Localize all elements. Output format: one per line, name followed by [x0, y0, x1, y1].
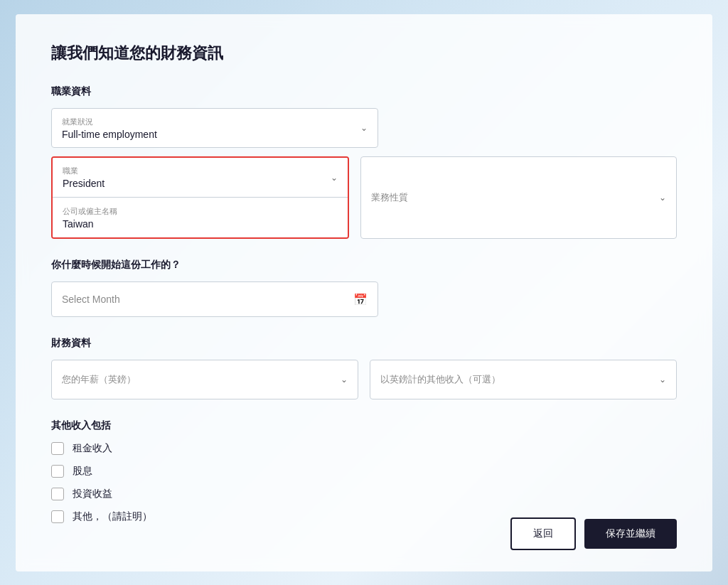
occupation-chevron-icon: ⌄ [331, 173, 338, 183]
other-income-placeholder: 以英鎊計的其他收入（可選） [380, 373, 666, 386]
annual-salary-dropdown[interactable]: 您的年薪（英鎊） ⌄ [51, 360, 358, 399]
calendar-icon: 📅 [353, 293, 368, 306]
annual-salary-chevron-icon: ⌄ [341, 375, 348, 385]
checkbox-investment-label: 投資收益 [73, 488, 112, 500]
other-income-section-label: 其他收入包括 [51, 419, 677, 432]
annual-salary-placeholder: 您的年薪（英鎊） [62, 373, 348, 386]
business-nature-value: 業務性質 [371, 191, 666, 204]
company-label: 公司或僱主名稱 [63, 206, 338, 217]
red-outlined-box: 職業 President ⌄ 公司或僱主名稱 Taiwan [51, 156, 349, 239]
company-field[interactable]: 公司或僱主名稱 Taiwan [53, 198, 348, 237]
checkbox-investment-box[interactable] [51, 488, 64, 500]
financial-section: 財務資料 您的年薪（英鎊） ⌄ 以英鎊計的其他收入（可選） ⌄ [51, 337, 677, 399]
employment-status-dropdown[interactable]: 就業狀況 Full-time employment ⌄ [51, 108, 378, 148]
financial-section-label: 財務資料 [51, 337, 677, 350]
salary-row: 您的年薪（英鎊） ⌄ 以英鎊計的其他收入（可選） ⌄ [51, 360, 677, 399]
occupation-business-row: 職業 President ⌄ 公司或僱主名稱 Taiwan 業務性質 ⌄ [51, 156, 677, 239]
other-income-chevron-icon: ⌄ [659, 375, 666, 385]
checkbox-dividend[interactable]: 股息 [51, 465, 677, 478]
checkbox-other-label: 其他，（請註明） [73, 510, 152, 523]
occupation-value: President [63, 178, 338, 189]
back-button[interactable]: 返回 [510, 517, 576, 550]
page-title: 讓我們知道您的財務資訊 [51, 43, 677, 64]
business-nature-dropdown[interactable]: 業務性質 ⌄ [360, 156, 677, 239]
save-button[interactable]: 保存並繼續 [584, 519, 677, 549]
employment-status-chevron-icon: ⌄ [360, 123, 368, 133]
company-value: Taiwan [63, 218, 338, 230]
employment-status-value: Full-time employment [62, 129, 368, 140]
employment-status-label: 就業狀況 [62, 117, 368, 127]
form-container: 讓我們知道您的財務資訊 職業資料 就業狀況 Full-time employme… [16, 14, 712, 571]
occupation-dropdown[interactable]: 職業 President ⌄ [53, 158, 348, 198]
start-date-placeholder: Select Month [62, 294, 120, 305]
employment-section-label: 職業資料 [51, 85, 677, 98]
other-income-dropdown[interactable]: 以英鎊計的其他收入（可選） ⌄ [370, 360, 677, 399]
checkbox-dividend-label: 股息 [73, 465, 92, 478]
start-date-label: 你什麼時候開始這份工作的？ [51, 259, 677, 272]
checkbox-rental-box[interactable] [51, 442, 64, 455]
checkbox-rental-label: 租金收入 [73, 442, 112, 455]
start-date-section: 你什麼時候開始這份工作的？ Select Month 📅 [51, 259, 677, 317]
start-date-field[interactable]: Select Month 📅 [51, 281, 378, 317]
checkbox-other-box[interactable] [51, 510, 64, 523]
occupation-label: 職業 [63, 166, 338, 176]
checkbox-dividend-box[interactable] [51, 465, 64, 478]
checkbox-rental[interactable]: 租金收入 [51, 442, 677, 455]
checkbox-investment[interactable]: 投資收益 [51, 488, 677, 500]
employment-status-row: 就業狀況 Full-time employment ⌄ [51, 108, 378, 148]
other-income-section: 其他收入包括 租金收入 股息 投資收益 其他，（請註明） [51, 419, 677, 523]
checkbox-group: 租金收入 股息 投資收益 其他，（請註明） [51, 442, 677, 523]
button-row: 返回 保存並繼續 [510, 517, 677, 550]
business-nature-chevron-icon: ⌄ [659, 193, 666, 203]
employment-section: 職業資料 就業狀況 Full-time employment ⌄ 職業 Pres… [51, 85, 677, 239]
